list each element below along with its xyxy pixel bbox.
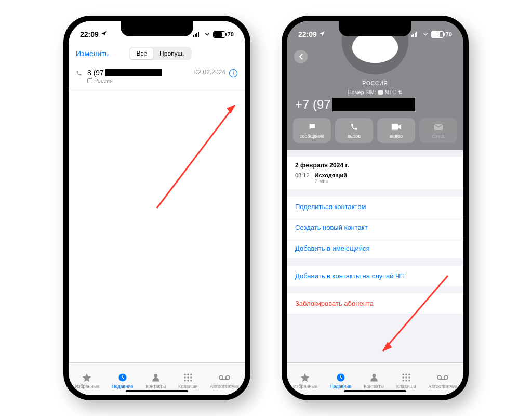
svg-rect-28 bbox=[391, 124, 398, 130]
phone-icon bbox=[350, 122, 358, 132]
svg-point-9 bbox=[187, 373, 189, 375]
svg-rect-3 bbox=[198, 32, 199, 37]
battery-icon bbox=[431, 31, 444, 38]
signal-icon bbox=[193, 32, 202, 37]
svg-point-32 bbox=[402, 373, 404, 375]
mail-icon bbox=[434, 122, 443, 132]
person-icon bbox=[368, 372, 380, 383]
action-video[interactable]: видео bbox=[377, 118, 415, 143]
phone-frame-right: 22:09 70 РОССИЯ Номер SIM: bbox=[282, 16, 469, 400]
battery-icon bbox=[213, 31, 225, 38]
log-direction: Исходящий bbox=[315, 172, 348, 178]
svg-point-10 bbox=[190, 373, 192, 375]
tab-favorites[interactable]: Избранные bbox=[75, 372, 99, 389]
svg-point-7 bbox=[154, 374, 157, 378]
tab-keypad[interactable]: Клавиши bbox=[178, 372, 198, 389]
seg-all[interactable]: Все bbox=[130, 48, 153, 59]
svg-point-35 bbox=[402, 376, 404, 378]
video-icon bbox=[391, 122, 402, 132]
screen-contact-card: 22:09 70 РОССИЯ Номер SIM: bbox=[287, 21, 463, 395]
svg-rect-25 bbox=[416, 32, 417, 37]
svg-rect-1 bbox=[195, 34, 196, 37]
svg-rect-22 bbox=[411, 35, 413, 37]
contact-body[interactable]: 2 февраля 2024 г. 08:12 Исходящий 2 мин … bbox=[287, 150, 463, 362]
svg-point-39 bbox=[405, 380, 407, 381]
back-button[interactable] bbox=[294, 50, 308, 63]
call-log-card: 2 февраля 2024 г. 08:12 Исходящий 2 мин bbox=[287, 157, 463, 189]
svg-point-12 bbox=[187, 376, 189, 378]
svg-point-34 bbox=[408, 373, 410, 375]
tab-voicemail[interactable]: Автоответчик bbox=[210, 372, 239, 389]
log-time: 08:12 bbox=[295, 172, 310, 178]
info-button[interactable]: i bbox=[229, 69, 238, 80]
person-icon bbox=[150, 372, 162, 383]
svg-rect-23 bbox=[413, 34, 414, 37]
wifi-icon bbox=[204, 32, 211, 37]
tab-recents[interactable]: Недавние bbox=[112, 372, 133, 389]
svg-rect-29 bbox=[434, 124, 443, 130]
outgoing-call-icon bbox=[76, 70, 83, 78]
contact-phone: +7 (97 bbox=[287, 95, 463, 118]
tab-contacts[interactable]: Контакты bbox=[364, 372, 384, 389]
notch bbox=[121, 21, 193, 36]
clock-icon bbox=[117, 372, 128, 383]
svg-point-18 bbox=[226, 375, 230, 379]
star-icon bbox=[299, 372, 311, 383]
action-message[interactable]: сообщение bbox=[293, 118, 331, 143]
call-subtext: Россия bbox=[87, 77, 194, 84]
option-add-existing[interactable]: Добавить в имеющийся bbox=[287, 238, 463, 258]
svg-point-31 bbox=[372, 374, 376, 378]
home-indicator[interactable] bbox=[126, 390, 188, 392]
option-block-caller[interactable]: Заблокировать абонента bbox=[287, 293, 463, 314]
svg-point-38 bbox=[402, 380, 404, 381]
notch bbox=[339, 21, 411, 36]
tab-voicemail[interactable]: Автоответчик bbox=[428, 372, 457, 389]
sim-line[interactable]: Номер SIM: МТС ⇅ bbox=[287, 89, 463, 95]
sim-icon bbox=[87, 78, 92, 83]
location-icon bbox=[101, 30, 107, 38]
svg-rect-2 bbox=[196, 33, 197, 37]
svg-point-14 bbox=[184, 380, 185, 381]
svg-point-8 bbox=[184, 373, 185, 375]
signal-icon bbox=[411, 32, 420, 37]
option-share-contact[interactable]: Поделиться контактом bbox=[287, 197, 463, 217]
svg-point-13 bbox=[190, 376, 192, 378]
screen-recents: 22:09 70 Изменить Все Пропущ. bbox=[69, 21, 245, 395]
svg-text:i: i bbox=[233, 71, 234, 76]
voicemail-icon bbox=[437, 372, 448, 383]
call-date: 02.02.2024 bbox=[194, 69, 225, 76]
tab-recents[interactable]: Недавние bbox=[330, 372, 351, 389]
options-list: Поделиться контактом Создать новый конта… bbox=[287, 197, 463, 258]
tab-contacts[interactable]: Контакты bbox=[145, 372, 166, 389]
svg-point-15 bbox=[187, 380, 189, 381]
battery-text: 70 bbox=[228, 31, 234, 37]
call-number: 8 (97 bbox=[87, 69, 194, 77]
battery-text: 70 bbox=[446, 31, 452, 37]
nav-header: Изменить Все Пропущ. bbox=[69, 46, 245, 64]
chevron-updown-icon: ⇅ bbox=[398, 89, 402, 95]
seg-missed[interactable]: Пропущ. bbox=[153, 48, 191, 59]
tab-favorites[interactable]: Избранные bbox=[293, 372, 317, 389]
svg-point-36 bbox=[405, 376, 407, 378]
option-create-contact[interactable]: Создать новый контакт bbox=[287, 217, 463, 238]
svg-point-16 bbox=[190, 380, 192, 381]
option-emergency-contact[interactable]: Добавить в контакты на случай ЧП bbox=[287, 266, 463, 286]
action-call[interactable]: вызов bbox=[335, 118, 373, 143]
home-indicator[interactable] bbox=[344, 390, 406, 392]
svg-point-33 bbox=[405, 373, 407, 375]
svg-rect-24 bbox=[415, 33, 416, 37]
wifi-icon bbox=[422, 32, 429, 37]
empty-area bbox=[69, 88, 245, 362]
redacted-icon bbox=[105, 69, 162, 76]
svg-point-11 bbox=[184, 376, 185, 378]
tab-keypad[interactable]: Клавиши bbox=[396, 372, 416, 389]
segmented-control[interactable]: Все Пропущ. bbox=[129, 47, 191, 60]
star-icon bbox=[81, 372, 92, 383]
message-icon bbox=[308, 122, 317, 132]
edit-button[interactable]: Изменить bbox=[76, 49, 109, 58]
sim-icon bbox=[378, 90, 383, 95]
contact-country: РОССИЯ bbox=[287, 81, 463, 86]
recent-call-row[interactable]: 8 (97 Россия 02.02.2024 i bbox=[69, 64, 245, 88]
keypad-icon bbox=[182, 372, 194, 383]
location-icon bbox=[319, 30, 325, 38]
